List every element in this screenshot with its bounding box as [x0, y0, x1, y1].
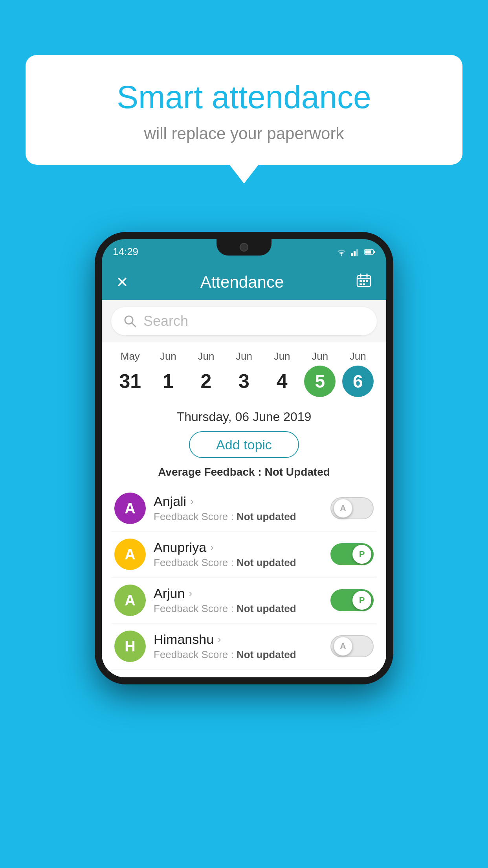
date-col-4[interactable]: Jun 4 — [263, 350, 301, 397]
chevron-right-icon: › — [189, 587, 192, 600]
student-info: Arjun › Feedback Score : Not updated — [154, 586, 330, 615]
toggle-knob: A — [334, 637, 352, 656]
svg-rect-5 — [374, 251, 375, 253]
date-col-0[interactable]: May 31 — [111, 350, 149, 397]
toggle-knob: P — [352, 545, 371, 564]
svg-rect-2 — [356, 249, 358, 256]
selected-date: Thursday, 06 June 2019 — [111, 410, 377, 424]
avatar: A — [114, 585, 146, 616]
table-row[interactable]: H Himanshu › Feedback Score : Not update… — [111, 623, 377, 669]
date-col-1[interactable]: Jun 1 — [149, 350, 187, 397]
phone-screen: Search May 31 Jun 1 Jun 2 — [102, 300, 386, 677]
calendar-button[interactable] — [356, 272, 372, 292]
search-placeholder: Search — [143, 313, 188, 329]
content-area: Thursday, 06 June 2019 Add topic Average… — [102, 402, 386, 677]
svg-rect-12 — [366, 280, 368, 282]
student-name: Arjun — [154, 586, 185, 601]
avatar: A — [114, 539, 146, 570]
add-topic-button[interactable]: Add topic — [189, 431, 299, 458]
student-list: A Anjali › Feedback Score : Not updated — [111, 485, 377, 669]
battery-icon — [364, 249, 375, 255]
toggle-container[interactable]: P — [330, 543, 374, 565]
student-name: Himanshu — [154, 632, 214, 647]
svg-rect-13 — [360, 283, 362, 285]
bubble-title: Smart attendance — [45, 79, 443, 116]
phone-wrapper: 14:29 — [95, 232, 393, 684]
bubble-subtitle: will replace your paperwork — [45, 124, 443, 143]
speech-bubble: Smart attendance will replace your paper… — [26, 55, 462, 165]
wifi-icon — [336, 248, 347, 256]
table-row[interactable]: A Anjali › Feedback Score : Not updated — [111, 485, 377, 531]
toggle-container[interactable]: A — [330, 635, 374, 657]
table-row[interactable]: A Anupriya › Feedback Score : Not update… — [111, 531, 377, 577]
svg-rect-4 — [365, 250, 371, 254]
svg-rect-14 — [363, 283, 365, 285]
chevron-right-icon: › — [218, 633, 221, 645]
student-name: Anupriya — [154, 540, 206, 555]
search-bar[interactable]: Search — [111, 307, 377, 335]
student-info: Anjali › Feedback Score : Not updated — [154, 494, 330, 523]
signal-icon — [351, 248, 360, 256]
phone-outer: 14:29 — [95, 232, 393, 684]
toggle-knob: A — [334, 499, 352, 518]
svg-line-16 — [132, 323, 136, 327]
notch — [216, 239, 272, 256]
chevron-right-icon: › — [190, 495, 194, 508]
speech-bubble-container: Smart attendance will replace your paper… — [26, 55, 462, 165]
attendance-toggle[interactable]: P — [330, 543, 374, 565]
toggle-container[interactable]: P — [330, 589, 374, 611]
svg-rect-0 — [351, 253, 353, 256]
app-title: Attendance — [200, 273, 284, 292]
student-info: Anupriya › Feedback Score : Not updated — [154, 540, 330, 569]
camera-dot — [240, 243, 248, 252]
avatar: H — [114, 631, 146, 662]
avatar: A — [114, 493, 146, 524]
attendance-toggle[interactable]: A — [330, 635, 374, 657]
toggle-knob: P — [352, 591, 371, 610]
date-col-2[interactable]: Jun 2 — [187, 350, 225, 397]
toggle-container[interactable]: A — [330, 497, 374, 519]
avg-feedback: Average Feedback : Not Updated — [111, 466, 377, 478]
search-container: Search — [102, 300, 386, 342]
add-topic-label: Add topic — [216, 437, 272, 452]
student-name: Anjali — [154, 494, 186, 509]
date-col-5[interactable]: Jun 5 — [301, 350, 339, 397]
status-time: 14:29 — [113, 246, 138, 258]
status-icons — [336, 248, 375, 256]
date-picker: May 31 Jun 1 Jun 2 Jun 3 — [102, 342, 386, 402]
svg-rect-11 — [363, 280, 365, 282]
close-button[interactable]: ✕ — [116, 274, 128, 291]
date-col-6[interactable]: Jun 6 — [339, 350, 377, 397]
svg-rect-1 — [354, 251, 356, 256]
date-col-3[interactable]: Jun 3 — [225, 350, 263, 397]
table-row[interactable]: A Arjun › Feedback Score : Not updated — [111, 577, 377, 623]
student-info: Himanshu › Feedback Score : Not updated — [154, 632, 330, 661]
chevron-right-icon: › — [210, 541, 214, 554]
search-icon — [123, 314, 137, 328]
attendance-toggle[interactable]: A — [330, 497, 374, 519]
svg-rect-10 — [360, 280, 362, 282]
app-header: ✕ Attendance — [102, 265, 386, 300]
attendance-toggle[interactable]: P — [330, 589, 374, 611]
status-bar: 14:29 — [102, 239, 386, 265]
